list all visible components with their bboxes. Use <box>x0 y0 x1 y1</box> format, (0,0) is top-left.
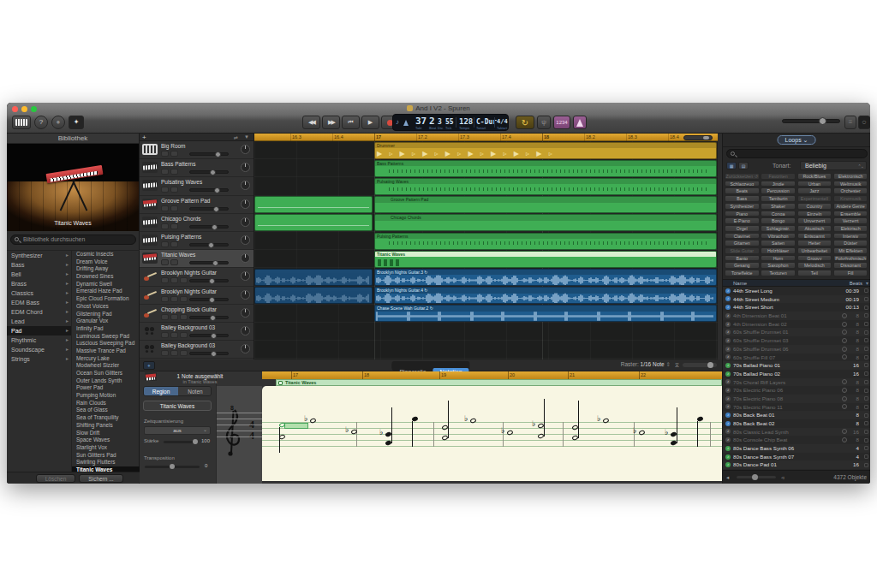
library-toggle-button[interactable] <box>12 116 31 129</box>
library-patch-sea-of-tranquility[interactable]: Sea of Tranquility <box>72 414 140 422</box>
solo-button[interactable] <box>170 277 178 283</box>
loop-keyword-polyrhythmisch[interactable]: Polyrhythmisch <box>833 255 868 262</box>
go-to-beginning-button[interactable]: ⏮ <box>342 116 360 129</box>
solo-button[interactable] <box>170 169 178 175</box>
pan-knob[interactable] <box>241 145 250 154</box>
mute-button[interactable] <box>161 350 169 356</box>
loop-keyword-dissonant[interactable]: Dissonant <box>833 262 868 269</box>
loop-keyword-intensiv[interactable]: Intensiv <box>833 233 868 240</box>
loop-keyword-schlagzeug[interactable]: Schlagzeug <box>725 181 760 187</box>
download-icon[interactable]: ↓ <box>842 437 847 442</box>
library-category-bell[interactable]: Bell▸ <box>7 270 71 279</box>
mute-button[interactable] <box>161 223 169 229</box>
loop-keyword-beats[interactable]: Beats <box>725 187 760 194</box>
favorite-checkbox[interactable] <box>864 338 868 342</box>
loop-keyword-banjo[interactable]: Banjo <box>725 255 760 262</box>
library-category-brass[interactable]: Brass▸ <box>7 279 71 288</box>
loop-keyword-toneffekte[interactable]: Toneffekte <box>725 270 760 276</box>
library-category-synthesizer[interactable]: Synthesizer▸ <box>7 251 71 260</box>
solo-button[interactable] <box>170 151 178 157</box>
track-filter-button[interactable]: ▼ <box>244 134 249 140</box>
library-category-classics[interactable]: Classics▸ <box>7 288 71 298</box>
library-patch-modwheel-sizzler[interactable]: Modwheel Sizzler <box>72 362 140 370</box>
time-handles-icon[interactable]: ⧖ <box>675 362 679 369</box>
library-patch-swirling-flutters[interactable]: Swirling Flutters <box>72 459 140 466</box>
library-patch-drifting-away[interactable]: Drifting Away <box>72 265 140 273</box>
track-header-pulsing-patterns-5[interactable]: Pulsing Patterns <box>140 232 254 250</box>
library-search-input[interactable]: Bibliothek durchsuchen <box>10 235 136 245</box>
pan-knob[interactable] <box>241 290 250 300</box>
loop-volume-slider[interactable] <box>737 476 776 478</box>
pan-knob[interactable] <box>241 181 250 190</box>
library-category-lead[interactable]: Lead▸ <box>7 317 71 326</box>
library-category-strings[interactable]: Strings▸ <box>7 354 71 364</box>
editor-zoom-slider[interactable] <box>683 363 717 367</box>
region-groove-pattern-pad[interactable]: Groove Pattern Pad <box>374 196 717 213</box>
library-category-edm-chord[interactable]: EDM Chord▸ <box>7 307 71 317</box>
favorite-checkbox[interactable] <box>864 438 868 442</box>
solo-button[interactable] <box>170 205 178 211</box>
track-volume-slider[interactable] <box>189 279 229 282</box>
mute-icon[interactable]: ◃ <box>781 474 784 481</box>
loop-keyword-tamburin[interactable]: Tamburin <box>761 195 796 202</box>
mute-button[interactable] <box>161 241 169 247</box>
library-patch-dream-voice[interactable]: Dream Voice <box>72 258 140 266</box>
favorite-checkbox[interactable] <box>864 313 868 318</box>
input-monitor-button[interactable] <box>180 314 188 320</box>
solo-button[interactable] <box>170 296 178 302</box>
favorite-checkbox[interactable] <box>864 288 868 293</box>
library-category-soundscape[interactable]: Soundscape▸ <box>7 345 71 354</box>
loop-keyword-piano[interactable]: Piano <box>725 211 760 217</box>
mute-button[interactable] <box>161 205 169 211</box>
loop-item-60s-shuffle-drumset-06[interactable]: ♪60s Shuffle Drumset 06↓8 <box>723 345 870 353</box>
loop-item-60s-shuffle-drumset-03[interactable]: ♪60s Shuffle Drumset 03↓8 <box>723 336 870 345</box>
download-icon[interactable]: ↓ <box>842 429 847 434</box>
loop-keyword-entspannt[interactable]: Entspannt <box>797 233 832 240</box>
download-icon[interactable]: ↓ <box>842 313 847 318</box>
region-drummer[interactable]: Drummer▶ ▹ ▶ ▹ ▶ ▹ ▶ ▹ ▶ ▹ ▶ ▹ ▶ ▹ ▶ ▹ <box>374 142 717 159</box>
track-header-chicago-chords-4[interactable]: Chicago Chords <box>140 214 254 232</box>
region-pulsating-waves[interactable]: Pulsating Waves <box>374 178 717 195</box>
library-patch-sea-of-glass[interactable]: Sea of Glass <box>72 407 140 414</box>
pan-knob[interactable] <box>241 217 250 227</box>
loop-keyword-d-ster[interactable]: Düster <box>833 240 868 246</box>
mute-button[interactable] <box>161 314 169 320</box>
mute-button[interactable] <box>161 169 169 175</box>
track-header-chopping-block-guitar-9[interactable]: Chopping Block Guitar <box>140 305 254 323</box>
favorite-checkbox[interactable] <box>864 463 868 467</box>
track-volume-slider[interactable] <box>189 352 229 355</box>
loop-item-44th-street-short[interactable]: ♪44th Street Short00:13 <box>723 303 870 312</box>
track-header-big-room-0[interactable]: Big Room <box>140 141 254 159</box>
loop-keyword-jingle[interactable]: Jingle <box>761 181 796 187</box>
favorite-checkbox[interactable] <box>864 413 868 418</box>
mute-button[interactable] <box>161 332 169 338</box>
loop-list-header[interactable]: Name Beats ▾ <box>723 279 870 287</box>
library-patch-cosmic-insects[interactable]: Cosmic Insects <box>72 251 140 258</box>
loop-keyword-synthesizer[interactable]: Synthesizer <box>725 203 760 210</box>
track-header-bass-patterns-1[interactable]: Bass Patterns <box>140 159 254 177</box>
favorite-checkbox[interactable] <box>864 380 868 384</box>
save-patch-button[interactable]: Sichern ... <box>79 474 123 483</box>
region-brooklyn-nights-guitar-4[interactable]: Brooklyn Nights Guitar.4 ↻ <box>374 287 717 304</box>
loop-keyword-orchester[interactable]: Orchester <box>833 187 868 194</box>
track-volume-slider[interactable] <box>189 334 229 337</box>
solo-button[interactable] <box>170 350 178 356</box>
favorite-checkbox[interactable] <box>864 430 868 434</box>
library-category-rhythmic[interactable]: Rhythmic▸ <box>7 336 71 345</box>
solo-button[interactable] <box>170 241 178 247</box>
loop-item-70s-ballad-piano-02[interactable]: ♪70s Ballad Piano 0216 <box>723 370 870 378</box>
favorite-checkbox[interactable] <box>864 330 868 335</box>
loop-keyword-bass[interactable]: Bass <box>725 195 760 202</box>
loop-keyword-teil[interactable]: Teil <box>797 270 832 276</box>
notepad-button[interactable]: ≡ <box>844 116 856 129</box>
favorite-checkbox[interactable] <box>864 396 868 401</box>
loop-keyword-einzeln[interactable]: Einzeln <box>797 211 832 217</box>
pan-knob[interactable] <box>241 199 250 209</box>
loop-keyword-verzerrt[interactable]: Verzerrt <box>833 217 868 224</box>
note[interactable] <box>602 418 609 424</box>
loop-keyword-zur-cksetzen[interactable]: Zurücksetzen ↺ <box>725 173 760 180</box>
track-volume-slider[interactable] <box>189 298 229 301</box>
loop-keyword-akustisch[interactable]: Akustisch <box>797 225 832 232</box>
library-patch-epic-cloud-formation[interactable]: Epic Cloud Formation <box>72 295 140 303</box>
mute-button[interactable] <box>161 296 169 302</box>
